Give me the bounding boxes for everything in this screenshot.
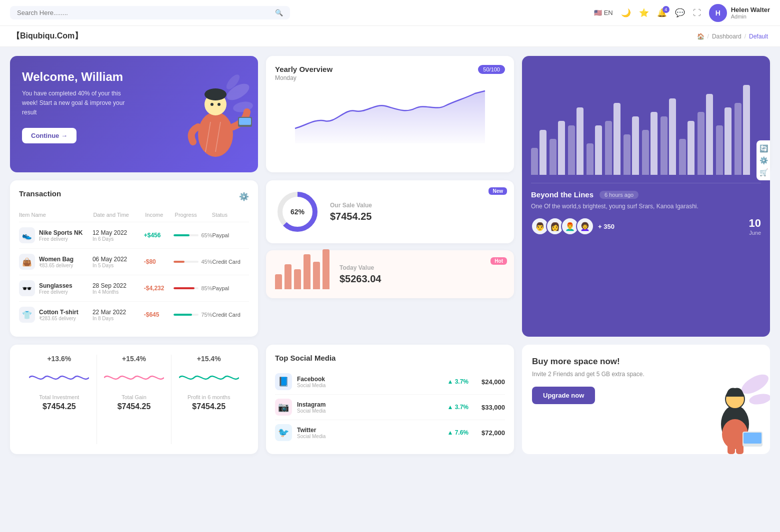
bar (540, 130, 546, 175)
bar (743, 85, 750, 175)
upgrade-svg (700, 369, 770, 454)
breadcrumb-default: Default (749, 33, 768, 40)
bar (688, 121, 694, 175)
social-info: Twitter Social Media (297, 427, 326, 439)
search-bar[interactable]: 🔍 (10, 6, 290, 19)
refresh-icon[interactable]: 🔄 (760, 144, 768, 152)
bar-group (531, 130, 546, 175)
svg-text:62%: 62% (290, 208, 305, 216)
bar (624, 134, 630, 175)
item-desc: ₹283.65 delivery (39, 316, 78, 321)
transaction-title: Transaction (19, 189, 61, 198)
stat-label: Profit in 6 months (176, 394, 242, 400)
today-bar (294, 269, 301, 289)
sale-title: Our Sale Value (330, 202, 372, 209)
bar-group (716, 107, 732, 175)
social-rows: 📘 Facebook Social Media ▲ 3.7% $24,000 📷… (275, 369, 505, 445)
progress-pct: 75% (202, 312, 212, 318)
side-icons: 🔄 ⚙️ 🛒 (756, 140, 770, 180)
user-menu[interactable]: H Helen Walter Admin (709, 4, 770, 22)
item-details: Sunglasses Free delivery (39, 282, 72, 295)
item-cell: 👟 Nike Sports NK Free delivery (19, 227, 92, 243)
progress-cell: 85% (174, 285, 212, 291)
upgrade-card: Buy more space now! Invite 2 Friends and… (522, 345, 770, 454)
bar (642, 130, 649, 175)
today-amount: $5263.04 (340, 273, 381, 285)
star-icon[interactable]: ⭐ (639, 8, 649, 17)
user-role: Admin (731, 13, 770, 19)
item-name: Sunglasses (39, 282, 72, 289)
item-name: Women Bag (39, 256, 74, 263)
transaction-settings[interactable]: ⚙️ (239, 192, 249, 201)
search-input[interactable] (17, 9, 271, 16)
stat-value: $7454.25 (176, 402, 242, 411)
social-name: Facebook (297, 376, 326, 383)
top-navigation: 🔍 🇺🇸 EN 🌙 ⭐ 🔔 4 💬 ⛶ H Helen Walter Admin (0, 0, 780, 26)
bar (679, 139, 686, 175)
date-cell: 22 Mar 2022 In 8 Days (92, 309, 144, 321)
beyond-header: Beyond the Lines 6 hours ago (531, 190, 761, 199)
plus-count: + 350 (598, 223, 614, 230)
notification-icon[interactable]: 🔔 4 (657, 8, 667, 17)
flag-icon: 🇺🇸 (594, 9, 602, 16)
social-type: Social Media (297, 408, 326, 414)
today-value-card: Hot Today Value $5263.04 (266, 250, 514, 298)
chat-icon[interactable]: 💬 (675, 8, 685, 17)
side-settings-icon[interactable]: ⚙️ (760, 156, 768, 164)
new-badge: New (488, 187, 507, 195)
search-icon: 🔍 (275, 9, 283, 16)
our-sale-value-card: New 62% Our Sale Value $7454.25 (266, 180, 514, 243)
social-row: 📷 Instagram Social Media ▲ 3.7% $33,000 (275, 395, 505, 420)
cart-icon[interactable]: 🛒 (760, 168, 768, 176)
fullscreen-icon[interactable]: ⛶ (693, 8, 701, 17)
sale-info: Our Sale Value $7454.25 (330, 202, 372, 222)
upgrade-button[interactable]: Upgrade now (532, 387, 595, 404)
date-month: June (749, 230, 761, 236)
social-media-card: Top Social Media 📘 Facebook Social Media… (266, 345, 514, 454)
social-pct: ▲ 3.7% (447, 404, 468, 411)
stat-label: Total Gain (101, 394, 168, 400)
continue-button[interactable]: Continue → (22, 128, 76, 143)
date: 12 May 2022 (92, 229, 144, 236)
bar (724, 107, 732, 175)
date-num: 10 (749, 217, 761, 230)
breadcrumb-dashboard[interactable]: Dashboard (712, 33, 742, 40)
bar-group (550, 121, 565, 175)
bar-chart-card: Beyond the Lines 6 hours ago One Of the … (522, 56, 770, 337)
sep2: / (744, 33, 746, 40)
bar (558, 121, 565, 175)
days: In 8 Days (92, 316, 144, 321)
bar (660, 116, 668, 175)
col-status: Status (212, 212, 249, 218)
status-cell: Paypal (212, 232, 249, 238)
progress-cell: 65% (174, 232, 212, 238)
bar (568, 125, 575, 175)
upgrade-illustration (695, 345, 770, 454)
table-header: Item Name Date and Time Income Progress … (19, 210, 249, 222)
social-icon: 🐦 (275, 424, 292, 441)
social-info: Facebook Social Media (297, 376, 326, 388)
days: In 6 Days (92, 236, 144, 242)
social-type: Social Media (297, 383, 326, 388)
social-name: Twitter (297, 427, 326, 434)
date-info: 10 June (749, 217, 761, 236)
table-row: 🕶️ Sunglasses Free delivery 28 Sep 2022 … (19, 275, 249, 302)
yearly-overview-card: Yearly Overview Monday 50/100 (266, 56, 514, 172)
language-selector[interactable]: 🇺🇸 EN (594, 9, 613, 16)
progress-cell: 45% (174, 259, 212, 265)
social-title: Top Social Media (275, 354, 505, 362)
col-date: Date and Time (93, 212, 145, 218)
person-svg (173, 72, 253, 157)
home-icon[interactable]: 🏠 (697, 33, 704, 40)
progress-fill (174, 287, 195, 289)
progress-cell: 75% (174, 312, 212, 318)
svg-rect-21 (728, 444, 735, 454)
social-amount: $72,000 (482, 429, 505, 437)
bar (716, 125, 723, 175)
stat-wave (179, 368, 239, 388)
svg-point-16 (748, 392, 770, 406)
today-info: Today Value $5263.04 (340, 264, 381, 285)
theme-toggle[interactable]: 🌙 (621, 8, 631, 17)
avatar-4: 👩‍🦱 (576, 217, 594, 235)
sale-cards: New 62% Our Sale Value $7454.25 Hot Toda… (266, 180, 514, 337)
